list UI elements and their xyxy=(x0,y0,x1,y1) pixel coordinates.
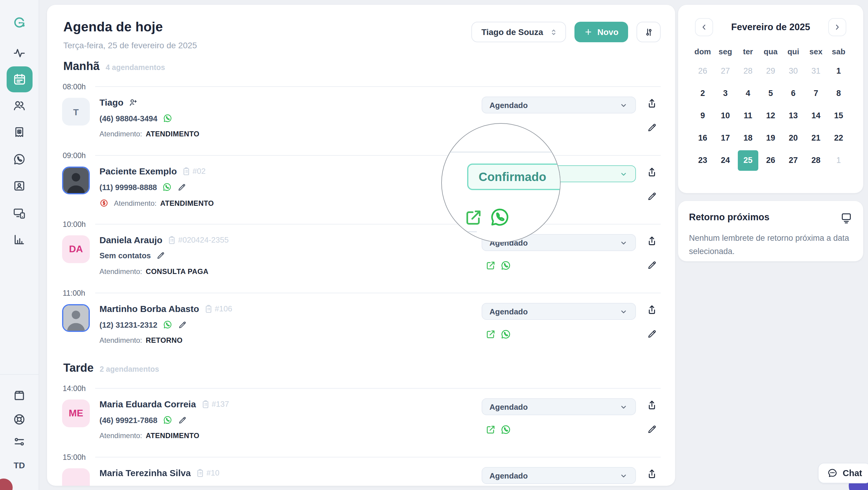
external-link-icon[interactable] xyxy=(485,329,496,340)
calendar-day[interactable]: 10 xyxy=(714,105,737,127)
share-appointment-button[interactable] xyxy=(646,304,658,316)
calendar-day[interactable]: 3 xyxy=(714,82,737,105)
calendar-day[interactable]: 29 xyxy=(759,60,782,82)
sidebar-item-preferences[interactable] xyxy=(12,434,27,449)
share-appointment-button[interactable] xyxy=(646,98,658,109)
whatsapp-icon[interactable] xyxy=(489,206,510,231)
sidebar-item-patients[interactable] xyxy=(12,98,27,113)
professional-select[interactable]: Tiago de Souza xyxy=(471,22,566,42)
share-appointment-button[interactable] xyxy=(646,468,658,480)
share-appointment-button[interactable] xyxy=(646,235,658,247)
calendar-day[interactable]: 18 xyxy=(737,127,759,149)
sidebar-item-inventory[interactable] xyxy=(12,388,27,403)
calendar-day[interactable]: 13 xyxy=(782,105,805,127)
agenda-filter-button[interactable] xyxy=(637,22,661,42)
calendar-day[interactable]: 26 xyxy=(691,60,714,82)
calendar-day[interactable]: 27 xyxy=(782,149,805,171)
calendar-day[interactable]: 28 xyxy=(805,149,827,171)
clipboard-icon[interactable] xyxy=(204,304,214,314)
calendar-day[interactable]: 24 xyxy=(714,149,737,171)
share-appointment-button[interactable] xyxy=(646,400,658,411)
calendar-day[interactable]: 25 xyxy=(737,149,759,171)
calendar-day[interactable]: 28 xyxy=(737,60,759,82)
calendar-day[interactable]: 17 xyxy=(714,127,737,149)
display-icon[interactable] xyxy=(840,212,852,226)
calendar-day[interactable]: 2 xyxy=(691,82,714,105)
patient-avatar[interactable]: T xyxy=(62,98,90,125)
new-appointment-button[interactable]: Novo xyxy=(575,22,628,42)
whatsapp-icon[interactable] xyxy=(162,182,172,192)
user-plus-icon[interactable] xyxy=(128,97,138,107)
calendar-prev-button[interactable] xyxy=(695,18,713,36)
patient-name[interactable]: Martinho Borba Abasto xyxy=(99,304,199,314)
calendar-day[interactable]: 12 xyxy=(759,105,782,127)
whatsapp-icon[interactable] xyxy=(163,113,173,123)
magnified-status-select[interactable]: Confirmado xyxy=(467,164,561,190)
clipboard-icon[interactable] xyxy=(195,468,205,478)
corner-notification-blob[interactable] xyxy=(0,479,13,490)
patient-avatar[interactable] xyxy=(62,304,90,332)
calendar-day[interactable]: 27 xyxy=(714,60,737,82)
status-select[interactable]: Agendado xyxy=(482,467,636,484)
calendar-day[interactable]: 4 xyxy=(737,82,759,105)
whatsapp-icon[interactable] xyxy=(163,415,173,425)
calendar-day[interactable]: 23 xyxy=(691,149,714,171)
calendar-day[interactable]: 21 xyxy=(805,127,827,149)
external-link-icon[interactable] xyxy=(464,207,484,230)
patient-avatar[interactable]: DA xyxy=(62,235,90,263)
clipboard-icon[interactable] xyxy=(201,399,210,409)
edit-contact-icon[interactable] xyxy=(178,320,187,329)
calendar-day[interactable]: 16 xyxy=(691,127,714,149)
whatsapp-icon[interactable] xyxy=(500,424,511,435)
sidebar-item-billing[interactable] xyxy=(12,125,27,139)
edit-contact-icon[interactable] xyxy=(178,182,187,192)
external-link-icon[interactable] xyxy=(485,260,496,271)
calendar-day[interactable]: 6 xyxy=(782,82,805,105)
patient-name[interactable]: Tiago xyxy=(99,97,123,108)
sidebar-item-contacts[interactable] xyxy=(12,179,27,193)
chat-button[interactable]: Chat xyxy=(818,463,868,483)
calendar-day[interactable]: 8 xyxy=(827,82,850,105)
status-select[interactable]: Agendado xyxy=(482,398,636,415)
calendar-day[interactable]: 22 xyxy=(827,127,850,149)
edit-appointment-button[interactable] xyxy=(647,329,657,339)
patient-avatar[interactable] xyxy=(62,468,90,486)
sidebar-item-whatsapp[interactable] xyxy=(12,152,27,167)
sidebar-item-help[interactable] xyxy=(12,412,27,427)
edit-contact-icon[interactable] xyxy=(178,415,187,425)
calendar-day[interactable]: 19 xyxy=(759,127,782,149)
edit-appointment-button[interactable] xyxy=(647,122,657,133)
whatsapp-icon[interactable] xyxy=(163,320,173,329)
whatsapp-icon[interactable] xyxy=(500,329,511,340)
user-avatar-initials[interactable]: TD xyxy=(0,460,38,470)
calendar-day[interactable]: 9 xyxy=(691,105,714,127)
patient-name[interactable]: Maria Terezinha Silva xyxy=(99,468,191,478)
patient-name[interactable]: Daniela Araujo xyxy=(99,235,162,245)
patient-avatar[interactable]: ME xyxy=(62,400,90,427)
sidebar-item-activity[interactable] xyxy=(12,46,27,60)
calendar-day[interactable]: 1 xyxy=(827,60,850,82)
patient-avatar[interactable] xyxy=(62,167,90,194)
status-select[interactable]: Agendado xyxy=(482,96,636,113)
edit-contact-icon[interactable] xyxy=(156,251,165,260)
calendar-day[interactable]: 15 xyxy=(827,105,850,127)
share-appointment-button[interactable] xyxy=(646,167,658,178)
external-link-icon[interactable] xyxy=(485,424,496,435)
sidebar-item-devices[interactable] xyxy=(12,206,27,220)
clipboard-icon[interactable] xyxy=(167,235,177,245)
whatsapp-icon[interactable] xyxy=(500,260,511,271)
sidebar-item-agenda-active[interactable] xyxy=(7,66,33,92)
app-logo-icon[interactable] xyxy=(12,16,27,30)
calendar-day[interactable]: 7 xyxy=(805,82,827,105)
calendar-day[interactable]: 5 xyxy=(759,82,782,105)
calendar-day[interactable]: 26 xyxy=(759,149,782,171)
calendar-day[interactable]: 30 xyxy=(782,60,805,82)
calendar-day[interactable]: 14 xyxy=(805,105,827,127)
patient-name[interactable]: Maria Eduarda Correia xyxy=(99,399,196,409)
calendar-next-button[interactable] xyxy=(828,18,846,36)
calendar-day[interactable]: 11 xyxy=(737,105,759,127)
edit-appointment-button[interactable] xyxy=(647,424,657,434)
status-select[interactable]: Agendado xyxy=(482,303,636,320)
patient-name[interactable]: Paciente Exemplo xyxy=(99,166,177,176)
calendar-day[interactable]: 31 xyxy=(805,60,827,82)
